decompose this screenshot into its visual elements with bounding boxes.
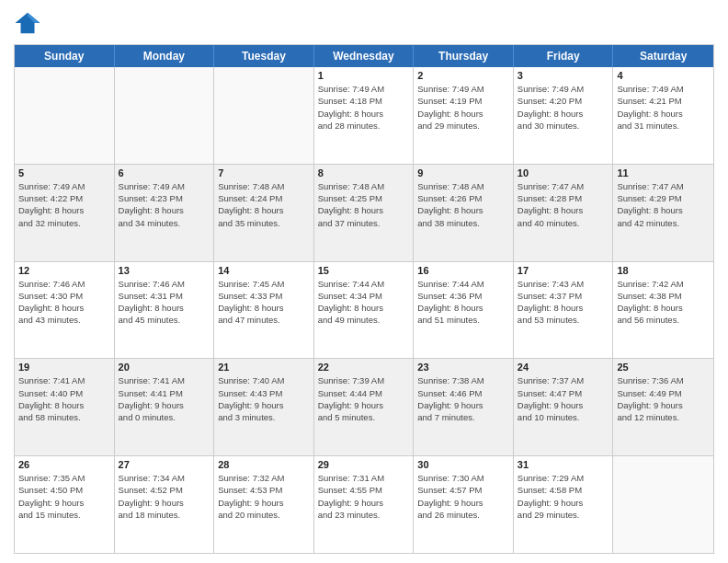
day-cell-31: 31Sunrise: 7:29 AMSunset: 4:58 PMDayligh… <box>514 456 614 553</box>
day-number: 23 <box>417 362 509 373</box>
day-number: 14 <box>218 265 310 276</box>
day-number: 1 <box>318 70 410 81</box>
day-cell-5: 5Sunrise: 7:49 AMSunset: 4:22 PMDaylight… <box>15 165 115 261</box>
day-number: 12 <box>18 265 110 276</box>
day-number: 10 <box>518 167 609 178</box>
day-cell-4: 4Sunrise: 7:49 AMSunset: 4:21 PMDaylight… <box>613 67 713 164</box>
week-row-1: 1Sunrise: 7:49 AMSunset: 4:18 PMDaylight… <box>15 67 713 165</box>
day-info: Sunrise: 7:37 AMSunset: 4:47 PMDaylight:… <box>518 374 609 423</box>
day-info: Sunrise: 7:40 AMSunset: 4:43 PMDaylight:… <box>218 374 310 423</box>
day-info: Sunrise: 7:49 AMSunset: 4:18 PMDaylight:… <box>318 83 410 132</box>
day-info: Sunrise: 7:44 AMSunset: 4:34 PMDaylight:… <box>318 278 410 327</box>
day-cell-22: 22Sunrise: 7:39 AMSunset: 4:44 PMDayligh… <box>314 359 415 455</box>
empty-day-cell <box>15 67 115 164</box>
day-info: Sunrise: 7:46 AMSunset: 4:30 PMDaylight:… <box>18 278 110 327</box>
day-info: Sunrise: 7:45 AMSunset: 4:33 PMDaylight:… <box>218 278 310 327</box>
day-cell-30: 30Sunrise: 7:30 AMSunset: 4:57 PMDayligh… <box>414 456 514 553</box>
day-info: Sunrise: 7:36 AMSunset: 4:49 PMDaylight:… <box>617 374 710 423</box>
day-number: 22 <box>318 362 410 373</box>
empty-day-cell <box>613 456 713 553</box>
day-cell-29: 29Sunrise: 7:31 AMSunset: 4:55 PMDayligh… <box>314 456 415 553</box>
day-info: Sunrise: 7:30 AMSunset: 4:57 PMDaylight:… <box>417 472 509 521</box>
day-number: 11 <box>617 167 710 178</box>
day-cell-18: 18Sunrise: 7:42 AMSunset: 4:38 PMDayligh… <box>613 262 713 359</box>
day-info: Sunrise: 7:48 AMSunset: 4:26 PMDaylight:… <box>417 180 509 229</box>
day-number: 20 <box>119 362 210 373</box>
day-info: Sunrise: 7:43 AMSunset: 4:37 PMDaylight:… <box>518 278 609 327</box>
day-info: Sunrise: 7:32 AMSunset: 4:53 PMDaylight:… <box>218 472 310 521</box>
day-info: Sunrise: 7:38 AMSunset: 4:46 PMDaylight:… <box>417 374 509 423</box>
day-cell-3: 3Sunrise: 7:49 AMSunset: 4:20 PMDaylight… <box>514 67 614 164</box>
calendar-header: SundayMondayTuesdayWednesdayThursdayFrid… <box>15 45 713 67</box>
day-number: 27 <box>119 459 210 470</box>
day-info: Sunrise: 7:41 AMSunset: 4:40 PMDaylight:… <box>18 374 110 423</box>
calendar: SundayMondayTuesdayWednesdayThursdayFrid… <box>14 44 714 554</box>
day-info: Sunrise: 7:49 AMSunset: 4:19 PMDaylight:… <box>417 83 509 132</box>
day-cell-27: 27Sunrise: 7:34 AMSunset: 4:52 PMDayligh… <box>115 456 215 553</box>
day-number: 17 <box>518 265 609 276</box>
day-info: Sunrise: 7:35 AMSunset: 4:50 PMDaylight:… <box>18 472 110 521</box>
day-info: Sunrise: 7:47 AMSunset: 4:29 PMDaylight:… <box>617 180 710 229</box>
day-number: 31 <box>518 459 609 470</box>
day-info: Sunrise: 7:49 AMSunset: 4:23 PMDaylight:… <box>119 180 210 229</box>
day-info: Sunrise: 7:31 AMSunset: 4:55 PMDaylight:… <box>318 472 410 521</box>
day-info: Sunrise: 7:49 AMSunset: 4:21 PMDaylight:… <box>617 83 710 132</box>
day-info: Sunrise: 7:46 AMSunset: 4:31 PMDaylight:… <box>119 278 210 327</box>
day-info: Sunrise: 7:47 AMSunset: 4:28 PMDaylight:… <box>518 180 609 229</box>
day-cell-24: 24Sunrise: 7:37 AMSunset: 4:47 PMDayligh… <box>514 359 614 455</box>
week-row-4: 19Sunrise: 7:41 AMSunset: 4:40 PMDayligh… <box>15 359 713 456</box>
day-info: Sunrise: 7:49 AMSunset: 4:20 PMDaylight:… <box>518 83 609 132</box>
day-number: 28 <box>218 459 310 470</box>
day-cell-13: 13Sunrise: 7:46 AMSunset: 4:31 PMDayligh… <box>115 262 215 359</box>
logo <box>14 9 45 37</box>
day-number: 26 <box>18 459 110 470</box>
logo-icon <box>14 9 41 37</box>
weekday-header-tuesday: Tuesday <box>214 45 314 67</box>
day-cell-19: 19Sunrise: 7:41 AMSunset: 4:40 PMDayligh… <box>15 359 115 455</box>
day-cell-25: 25Sunrise: 7:36 AMSunset: 4:49 PMDayligh… <box>613 359 713 455</box>
week-row-2: 5Sunrise: 7:49 AMSunset: 4:22 PMDaylight… <box>15 165 713 262</box>
day-info: Sunrise: 7:29 AMSunset: 4:58 PMDaylight:… <box>518 472 609 521</box>
day-cell-8: 8Sunrise: 7:48 AMSunset: 4:25 PMDaylight… <box>314 165 415 261</box>
weekday-header-monday: Monday <box>115 45 215 67</box>
day-number: 8 <box>318 167 410 178</box>
weekday-header-wednesday: Wednesday <box>314 45 415 67</box>
day-cell-12: 12Sunrise: 7:46 AMSunset: 4:30 PMDayligh… <box>15 262 115 359</box>
day-number: 30 <box>417 459 509 470</box>
day-cell-20: 20Sunrise: 7:41 AMSunset: 4:41 PMDayligh… <box>115 359 215 455</box>
day-cell-26: 26Sunrise: 7:35 AMSunset: 4:50 PMDayligh… <box>15 456 115 553</box>
day-number: 9 <box>417 167 509 178</box>
day-number: 16 <box>417 265 509 276</box>
day-number: 13 <box>119 265 210 276</box>
day-info: Sunrise: 7:34 AMSunset: 4:52 PMDaylight:… <box>119 472 210 521</box>
week-row-5: 26Sunrise: 7:35 AMSunset: 4:50 PMDayligh… <box>15 456 713 553</box>
day-cell-6: 6Sunrise: 7:49 AMSunset: 4:23 PMDaylight… <box>115 165 215 261</box>
header <box>14 9 714 37</box>
day-number: 18 <box>617 265 710 276</box>
weekday-header-friday: Friday <box>514 45 614 67</box>
day-info: Sunrise: 7:49 AMSunset: 4:22 PMDaylight:… <box>18 180 110 229</box>
weekday-header-thursday: Thursday <box>414 45 514 67</box>
day-cell-1: 1Sunrise: 7:49 AMSunset: 4:18 PMDaylight… <box>314 67 415 164</box>
day-cell-23: 23Sunrise: 7:38 AMSunset: 4:46 PMDayligh… <box>414 359 514 455</box>
empty-day-cell <box>214 67 314 164</box>
calendar-body: 1Sunrise: 7:49 AMSunset: 4:18 PMDaylight… <box>15 67 713 553</box>
day-number: 2 <box>417 70 509 81</box>
week-row-3: 12Sunrise: 7:46 AMSunset: 4:30 PMDayligh… <box>15 262 713 360</box>
day-number: 6 <box>119 167 210 178</box>
empty-day-cell <box>115 67 215 164</box>
day-number: 29 <box>318 459 410 470</box>
page: SundayMondayTuesdayWednesdayThursdayFrid… <box>0 0 728 563</box>
day-number: 7 <box>218 167 310 178</box>
day-cell-17: 17Sunrise: 7:43 AMSunset: 4:37 PMDayligh… <box>514 262 614 359</box>
day-number: 19 <box>18 362 110 373</box>
day-number: 5 <box>18 167 110 178</box>
day-cell-11: 11Sunrise: 7:47 AMSunset: 4:29 PMDayligh… <box>613 165 713 261</box>
day-number: 3 <box>518 70 609 81</box>
day-number: 24 <box>518 362 609 373</box>
day-number: 21 <box>218 362 310 373</box>
day-info: Sunrise: 7:48 AMSunset: 4:24 PMDaylight:… <box>218 180 310 229</box>
day-number: 15 <box>318 265 410 276</box>
day-info: Sunrise: 7:48 AMSunset: 4:25 PMDaylight:… <box>318 180 410 229</box>
day-cell-15: 15Sunrise: 7:44 AMSunset: 4:34 PMDayligh… <box>314 262 415 359</box>
